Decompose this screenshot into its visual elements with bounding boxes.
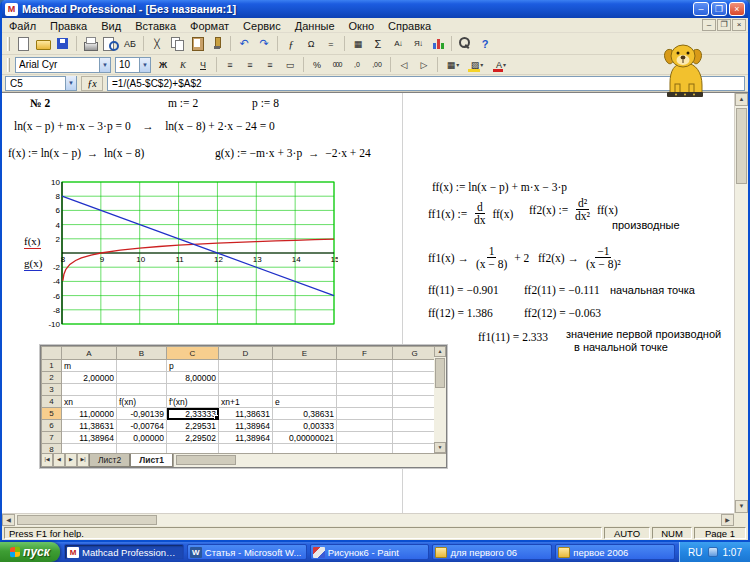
cell-B3[interactable]	[117, 384, 167, 396]
autosum-button[interactable]: Σ	[369, 35, 387, 52]
cell-G4[interactable]	[393, 396, 437, 408]
value-label-line1[interactable]: значение первой производной	[566, 328, 721, 340]
value-label-line2[interactable]: в начальной точке	[574, 341, 668, 353]
cell-D1[interactable]	[219, 360, 273, 372]
next-sheet-icon[interactable]: ▶	[65, 454, 77, 467]
increase-decimal-button[interactable]: ,0	[348, 56, 366, 73]
insert-unit-button[interactable]: Ω	[302, 35, 320, 52]
menu-Окно[interactable]: Окно	[342, 20, 382, 32]
worksheet-hscrollbar[interactable]: ◀ ▶	[2, 513, 734, 526]
increase-indent-button[interactable]: ▷	[415, 56, 433, 73]
col-header-G[interactable]: G	[393, 347, 437, 360]
region-equation[interactable]: ln(x − p) + m·x − 3·p = 0 → ln(x − 8) + …	[14, 120, 275, 132]
select-all-corner[interactable]	[42, 347, 62, 360]
region-g-definition[interactable]: g(x) := −m·x + 3·p → −2·x + 24	[215, 147, 371, 159]
chevron-down-icon[interactable]: ▾	[503, 61, 506, 68]
cell-B5[interactable]: -0,90139	[117, 408, 167, 420]
row-header-1[interactable]: 1	[42, 360, 62, 372]
col-header-A[interactable]: A	[62, 347, 117, 360]
region-ff1-symbolic[interactable]: ff1(x) → 1 (x − 8) + 2	[428, 245, 529, 270]
cell-D7[interactable]: 11,38964	[219, 432, 273, 444]
cut-button[interactable]: ╳	[148, 35, 166, 52]
menu-Вставка[interactable]: Вставка	[128, 20, 183, 32]
insert-function-fx-button[interactable]: ƒx	[81, 76, 103, 91]
cell-E1[interactable]	[273, 360, 337, 372]
decrease-indent-button[interactable]: ◁	[395, 56, 413, 73]
chevron-down-icon[interactable]: ▼	[65, 76, 76, 90]
taskbar-task-folder[interactable]: первое 2006	[555, 544, 675, 560]
cell-B1[interactable]	[117, 360, 167, 372]
chevron-down-icon[interactable]: ▼	[139, 58, 150, 72]
clock[interactable]: 1:07	[723, 547, 742, 558]
cell-C6[interactable]: 2,29531	[167, 420, 219, 432]
row-header-2[interactable]: 2	[42, 372, 62, 384]
region-ff-12[interactable]: ff(12) = 1.386	[428, 307, 493, 319]
region-ff1-definition[interactable]: ff1(x) := d dx ff(x)	[428, 201, 513, 226]
cell-A1[interactable]: m	[62, 360, 117, 372]
taskbar-task-paint[interactable]: Рисунок6 - Paint	[310, 544, 430, 560]
cell-G2[interactable]	[393, 372, 437, 384]
comma-style-button[interactable]: 000	[328, 56, 346, 73]
spreadsheet-hscrollbar[interactable]	[173, 454, 446, 467]
percent-style-button[interactable]: %	[308, 56, 326, 73]
menu-Формат[interactable]: Формат	[183, 20, 236, 32]
menu-Файл[interactable]: Файл	[2, 20, 43, 32]
print-button[interactable]	[81, 35, 99, 52]
col-header-D[interactable]: D	[219, 347, 273, 360]
minimize-button[interactable]: –	[693, 2, 709, 16]
undo-button[interactable]: ↶	[235, 35, 253, 52]
cell-A4[interactable]: xn	[62, 396, 117, 408]
cell-A2[interactable]: 2,00000	[62, 372, 117, 384]
formula-input[interactable]: =1/(A5-$C$2)+$A$2	[107, 76, 745, 91]
cell-F7[interactable]	[337, 432, 393, 444]
row-header-5[interactable]: 5	[42, 408, 62, 420]
row-header-4[interactable]: 4	[42, 396, 62, 408]
prev-sheet-icon[interactable]: ◀	[53, 454, 65, 467]
scroll-up-icon[interactable]: ▲	[735, 93, 748, 106]
chevron-down-icon[interactable]: ▾	[480, 61, 483, 68]
cell-A5[interactable]: 11,00000	[62, 408, 117, 420]
cell-G3[interactable]	[393, 384, 437, 396]
cell-C1[interactable]: p	[167, 360, 219, 372]
region-ff2-11[interactable]: ff2(11) = −0.111	[524, 284, 600, 296]
region-f-definition[interactable]: f(x) := ln(x − p) → ln(x − 8)	[8, 147, 144, 159]
xy-plot[interactable]: 108642-2-4-6-8-1089101112131415	[46, 177, 338, 331]
cell-C2[interactable]: 8,00000	[167, 372, 219, 384]
align-right-button[interactable]: ≡	[261, 56, 279, 73]
cell-D3[interactable]	[219, 384, 273, 396]
align-left-button[interactable]: ≡	[221, 56, 239, 73]
cell-F4[interactable]	[337, 396, 393, 408]
scroll-thumb[interactable]	[176, 455, 236, 465]
cell-D5[interactable]: 11,38631	[219, 408, 273, 420]
bold-button[interactable]: Ж	[154, 56, 172, 73]
cell-A3[interactable]	[62, 384, 117, 396]
save-button[interactable]	[54, 35, 72, 52]
cell-E6[interactable]: 0,00333	[273, 420, 337, 432]
calculate-button[interactable]: =	[322, 35, 340, 52]
cell-F5[interactable]	[337, 408, 393, 420]
open-button[interactable]	[34, 35, 52, 52]
borders-button[interactable]: ▦▾	[442, 56, 464, 73]
taskbar-task-word[interactable]: WСтатья - Microsoft W...	[187, 544, 307, 560]
child-restore-button[interactable]: ❐	[717, 19, 731, 31]
cell-G6[interactable]	[393, 420, 437, 432]
toolbar-grip[interactable]	[7, 58, 10, 72]
cell-E5[interactable]: 0,38631	[273, 408, 337, 420]
col-header-F[interactable]: F	[337, 347, 393, 360]
cell-B2[interactable]	[117, 372, 167, 384]
paste-button[interactable]	[188, 35, 206, 52]
print-preview-button[interactable]	[101, 35, 119, 52]
derivatives-label[interactable]: производные	[612, 219, 680, 231]
italic-button[interactable]: К	[174, 56, 192, 73]
merge-center-button[interactable]: ▭	[281, 56, 299, 73]
fill-color-button[interactable]: ▨▾	[466, 56, 488, 73]
copy-button[interactable]	[168, 35, 186, 52]
language-indicator[interactable]: RU	[688, 547, 702, 558]
menu-Вид[interactable]: Вид	[94, 20, 128, 32]
cell-E2[interactable]	[273, 372, 337, 384]
font-color-button[interactable]: А▾	[490, 56, 512, 73]
cell-E3[interactable]	[273, 384, 337, 396]
scroll-right-icon[interactable]: ▶	[721, 514, 734, 526]
worksheet-vscrollbar[interactable]: ▲ ▼	[734, 93, 748, 513]
font-name-combo[interactable]: Arial Cyr ▼	[15, 57, 111, 73]
